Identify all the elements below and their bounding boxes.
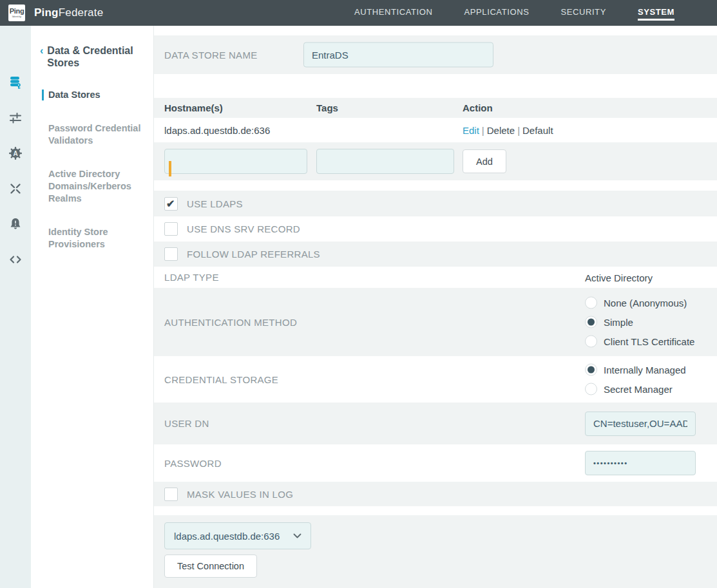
- password-row: PASSWORD: [154, 444, 717, 482]
- client-tls-certificate-radio[interactable]: [585, 336, 597, 348]
- hostname-dropdown[interactable]: ldaps.ad.questdb.de:636: [164, 522, 311, 549]
- chevron-down-icon: [293, 533, 301, 538]
- tune-settings-icon[interactable]: [0, 100, 31, 135]
- ping-identity-logo[interactable]: Ping Identity: [8, 5, 25, 21]
- hostname-dropdown-value: ldaps.ad.questdb.de:636: [174, 531, 280, 542]
- mask-values-in-log-checkbox[interactable]: [164, 488, 178, 501]
- follow-ldap-referrals-row: FOLLOW LDAP REFERRALS: [154, 242, 717, 267]
- add-hostname-row: Add: [154, 142, 717, 180]
- credential-storage-row: CREDENTIAL STORAGE Internally Managed Se…: [154, 356, 717, 403]
- logo-text: Ping: [10, 8, 24, 15]
- icon-rail: A: [0, 26, 31, 588]
- nav-applications[interactable]: APPLICATIONS: [464, 5, 530, 21]
- back-chevron-icon[interactable]: ‹: [40, 44, 43, 69]
- internally-managed-radio[interactable]: [585, 364, 597, 376]
- ldap-type-row: LDAP TYPE Active Directory: [154, 267, 717, 288]
- column-hostnames: Hostname(s): [164, 102, 316, 113]
- password-input[interactable]: [585, 451, 696, 475]
- simple-radio[interactable]: [585, 316, 597, 328]
- nav-system[interactable]: SYSTEM: [638, 5, 674, 21]
- credential-storage-label: CREDENTIAL STORAGE: [164, 374, 278, 385]
- user-dn-label: USER DN: [164, 418, 209, 429]
- test-connection-section: ldaps.ad.questdb.de:636 Test Connection: [154, 515, 717, 588]
- follow-ldap-referrals-checkbox[interactable]: [164, 247, 178, 261]
- mask-values-in-log-label: MASK VALUES IN LOG: [187, 489, 293, 500]
- client-tls-certificate-label: Client TLS Certificate: [604, 336, 694, 347]
- action-separator: |: [515, 125, 522, 136]
- code-brackets-icon[interactable]: [0, 242, 31, 277]
- column-tags: Tags: [316, 102, 463, 113]
- delete-link[interactable]: Delete: [487, 125, 515, 136]
- use-ldaps-checkbox[interactable]: [164, 197, 178, 211]
- use-ldaps-row: USE LDAPS: [154, 191, 717, 216]
- cluster-icon[interactable]: [0, 171, 31, 206]
- action-separator: |: [479, 125, 487, 136]
- column-action: Action: [463, 102, 707, 113]
- alert-bell-icon[interactable]: [0, 206, 31, 242]
- radio-option-client-tls-certificate[interactable]: Client TLS Certificate: [585, 336, 694, 348]
- sidebar-item-data-stores[interactable]: Data Stores: [48, 89, 144, 101]
- use-dns-srv-record-label: USE DNS SRV RECORD: [187, 223, 300, 234]
- authentication-method-row: AUTHENTICATION METHOD None (Anonymous) S…: [154, 288, 717, 356]
- action-cell: Edit|Delete|Default: [463, 125, 707, 136]
- hostnames-table-header: Hostname(s) Tags Action: [154, 98, 717, 118]
- data-store-name-row: DATA STORE NAME: [154, 35, 717, 74]
- test-connection-button[interactable]: Test Connection: [164, 555, 257, 578]
- secret-manager-label: Secret Manager: [604, 384, 673, 395]
- mask-values-in-log-row: MASK VALUES IN LOG: [154, 482, 717, 506]
- hostname-table-row: ldaps.ad.questdb.de:636 Edit|Delete|Defa…: [154, 118, 717, 142]
- topbar: Ping Identity PingFederate AUTHENTICATIO…: [0, 0, 717, 26]
- add-button[interactable]: Add: [463, 149, 506, 173]
- secret-manager-radio[interactable]: [585, 383, 597, 395]
- none-anonymous-radio[interactable]: [585, 297, 597, 309]
- simple-label: Simple: [604, 317, 633, 328]
- radio-option-secret-manager[interactable]: Secret Manager: [585, 383, 686, 395]
- data-store-name-label: DATA STORE NAME: [164, 50, 258, 61]
- ldap-type-value: Active Directory: [585, 272, 653, 283]
- edit-link[interactable]: Edit: [463, 125, 479, 136]
- data-credential-stores-icon[interactable]: [0, 64, 31, 100]
- follow-ldap-referrals-label: FOLLOW LDAP REFERRALS: [187, 249, 320, 260]
- authentication-method-options: None (Anonymous) Simple Client TLS Certi…: [585, 297, 694, 348]
- svg-text:A: A: [13, 149, 17, 156]
- radio-option-internally-managed[interactable]: Internally Managed: [585, 364, 686, 376]
- internally-managed-label: Internally Managed: [604, 365, 686, 375]
- use-dns-srv-record-checkbox[interactable]: [164, 222, 178, 236]
- radio-option-none-anonymous[interactable]: None (Anonymous): [585, 297, 694, 309]
- app-title-bold: Ping: [34, 6, 59, 19]
- default-link[interactable]: Default: [522, 125, 553, 136]
- sidebar-item-ad-domains-kerberos-realms[interactable]: Active Directory Domains/Kerberos Realms: [48, 168, 144, 205]
- new-hostname-input[interactable]: [164, 149, 307, 174]
- data-store-name-input[interactable]: [303, 43, 493, 68]
- new-tags-input[interactable]: [316, 149, 454, 174]
- text-cursor: [169, 161, 171, 176]
- sidebar-header: ‹ Data & Credential Stores: [31, 44, 153, 69]
- logo-subtext: Identity: [12, 15, 22, 18]
- nav-security[interactable]: SECURITY: [560, 5, 606, 21]
- sidebar-item-password-credential-validators[interactable]: Password Credential Validators: [48, 122, 144, 147]
- nav-authentication[interactable]: AUTHENTICATION: [354, 5, 433, 21]
- sidebar-title: Data & Credential Stores: [47, 44, 135, 69]
- authentication-method-label: AUTHENTICATION METHOD: [164, 317, 297, 328]
- ldap-type-label: LDAP TYPE: [164, 272, 219, 283]
- user-dn-input[interactable]: [585, 412, 696, 436]
- primary-nav: AUTHENTICATION APPLICATIONS SECURITY SYS…: [354, 0, 717, 26]
- radio-option-simple[interactable]: Simple: [585, 316, 694, 328]
- app-title: PingFederate: [34, 6, 103, 19]
- none-anonymous-label: None (Anonymous): [604, 298, 687, 308]
- password-label: PASSWORD: [164, 458, 222, 469]
- gear-a-icon[interactable]: A: [0, 135, 31, 171]
- sidebar: ‹ Data & Credential Stores Data Stores P…: [31, 26, 153, 588]
- main-content: DATA STORE NAME Hostname(s) Tags Action …: [153, 26, 717, 588]
- sidebar-item-identity-store-provisioners[interactable]: Identity Store Provisioners: [48, 226, 144, 251]
- credential-storage-options: Internally Managed Secret Manager: [585, 364, 686, 395]
- app-title-light: Federate: [59, 6, 104, 19]
- use-ldaps-label: USE LDAPS: [187, 198, 243, 209]
- hostname-cell: ldaps.ad.questdb.de:636: [164, 125, 316, 136]
- user-dn-row: USER DN: [154, 403, 717, 444]
- use-dns-srv-record-row: USE DNS SRV RECORD: [154, 216, 717, 242]
